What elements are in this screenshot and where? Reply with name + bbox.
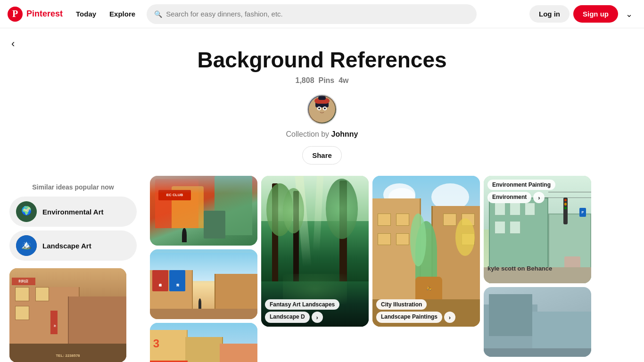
pin-card-forest[interactable]: Fantasy Art Landscapes Landscape D › bbox=[261, 176, 369, 327]
pins-label: Pins bbox=[318, 76, 334, 84]
main-content: Similar ideas popular now 🌍 Environmenta… bbox=[0, 176, 644, 362]
board-title: Background References bbox=[0, 47, 644, 73]
chevron-down-icon[interactable]: ⌄ bbox=[622, 5, 636, 23]
time-ago: 4w bbox=[339, 76, 348, 84]
sidebar-item-label: Environmental Art bbox=[42, 208, 103, 216]
logo[interactable]: P Pinterest bbox=[8, 7, 63, 22]
tag-city: City Illustration bbox=[376, 299, 427, 310]
back-button[interactable]: ‹ bbox=[11, 38, 15, 50]
pin-card[interactable]: EC CLUB bbox=[150, 176, 257, 246]
svg-text:🏔️: 🏔️ bbox=[21, 239, 32, 250]
tag-landscape-painting: Landscape Paintings bbox=[376, 312, 442, 323]
pin-column-3: 🛵 City Illustration Landscape Paintings … bbox=[372, 176, 480, 327]
tag-landscape: Landscape D bbox=[265, 312, 310, 323]
sidebar: Similar ideas popular now 🌍 Environmenta… bbox=[0, 176, 146, 362]
tag-fantasy: Fantasy Art Landscapes bbox=[265, 299, 339, 310]
pins-meta: 1,808 Pins 4w bbox=[0, 76, 644, 85]
pin-column-2: Fantasy Art Landscapes Landscape D › bbox=[261, 176, 369, 327]
collection-byline: Collection by Johnny bbox=[286, 130, 358, 139]
sidebar-item-environmental-art[interactable]: 🌍 Environmental Art bbox=[9, 197, 137, 227]
pin-tags-top: Environment Painting Environment › bbox=[487, 180, 591, 203]
tag-environment: Environment bbox=[487, 192, 531, 203]
pins-count: 1,808 bbox=[296, 76, 314, 84]
nav-today[interactable]: Today bbox=[70, 6, 102, 22]
pinterest-logo-icon: P bbox=[8, 7, 23, 22]
pin-tags: Fantasy Art Landscapes Landscape D › bbox=[265, 299, 365, 323]
left-preview-card[interactable]: 利利店 欢 TEL: 2238578 bbox=[9, 268, 126, 362]
search-icon: 🔍 bbox=[154, 10, 162, 18]
sidebar-item-landscape-art[interactable]: 🏔️ Landscape Art bbox=[9, 230, 137, 261]
login-button[interactable]: Log in bbox=[529, 5, 570, 23]
svg-text:🌍: 🌍 bbox=[21, 206, 32, 216]
tag-more: › bbox=[444, 312, 455, 323]
pin-column-1: EC CLUB 林红牛排 宾馆 bbox=[150, 176, 257, 362]
sidebar-item-label: Landscape Art bbox=[42, 242, 91, 250]
signup-button[interactable]: Sign up bbox=[573, 5, 618, 23]
header: P Pinterest Today Explore 🔍 Log in Sign … bbox=[0, 0, 644, 28]
hero-section: Background References 1,808 Pins 4w bbox=[0, 28, 644, 176]
logo-text: Pinterest bbox=[26, 9, 63, 19]
search-input[interactable] bbox=[166, 10, 469, 18]
pin-caption: kyle scott on Behance bbox=[487, 265, 587, 272]
pin-card[interactable]: 林红牛排 宾馆 bbox=[150, 249, 257, 319]
pins-grid: EC CLUB 林红牛排 宾馆 bbox=[146, 176, 644, 362]
pin-tags: City Illustration Landscape Paintings › bbox=[376, 299, 476, 323]
sidebar-title: Similar ideas popular now bbox=[9, 183, 137, 191]
header-actions: Log in Sign up ⌄ bbox=[529, 5, 636, 23]
nav-explore[interactable]: Explore bbox=[104, 6, 141, 22]
tag-more: › bbox=[533, 192, 545, 203]
pin-card-city-street[interactable]: P Environment Painting Environment › kyl… bbox=[484, 176, 591, 283]
search-bar: 🔍 bbox=[147, 4, 477, 24]
avatar-image bbox=[308, 95, 336, 123]
pin-card-city-alley[interactable]: 🛵 City Illustration Landscape Paintings … bbox=[372, 176, 480, 327]
sidebar-thumb-env: 🌍 bbox=[16, 201, 37, 222]
tag-env-painting: Environment Painting bbox=[487, 180, 555, 190]
pin-card-city-2[interactable] bbox=[484, 287, 591, 357]
pin-column-4: P Environment Painting Environment › kyl… bbox=[484, 176, 591, 357]
tag-more: › bbox=[312, 312, 323, 323]
svg-rect-8 bbox=[318, 96, 326, 100]
svg-point-5 bbox=[318, 107, 320, 109]
svg-point-6 bbox=[324, 107, 326, 109]
pin-card[interactable]: 3 bbox=[150, 323, 257, 362]
avatar[interactable] bbox=[307, 94, 337, 124]
sidebar-thumb-land: 🏔️ bbox=[16, 235, 37, 256]
author-name[interactable]: Johnny bbox=[331, 130, 358, 138]
share-button[interactable]: Share bbox=[302, 146, 342, 165]
main-nav: Today Explore bbox=[70, 6, 141, 22]
